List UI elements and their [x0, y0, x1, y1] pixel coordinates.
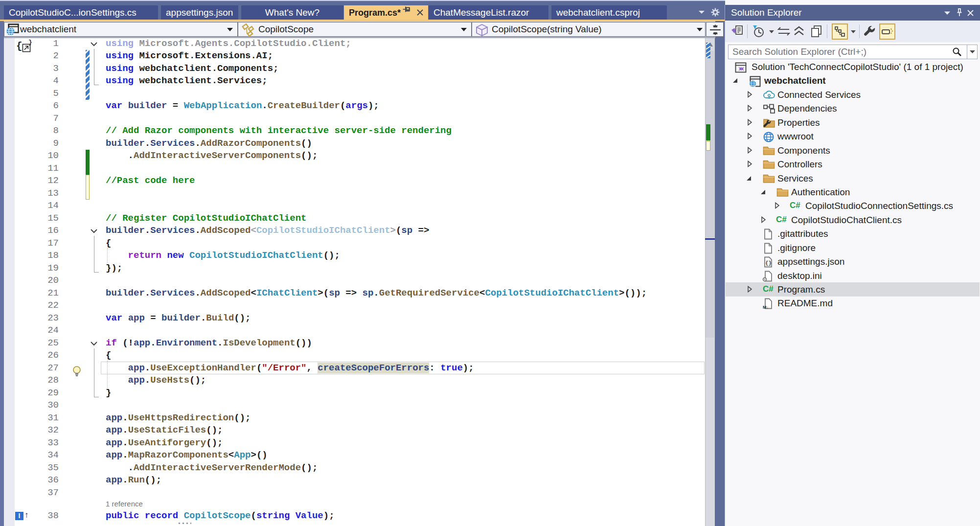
- svg-text:M↓: M↓: [763, 305, 769, 309]
- svg-text:{}: {}: [765, 260, 772, 266]
